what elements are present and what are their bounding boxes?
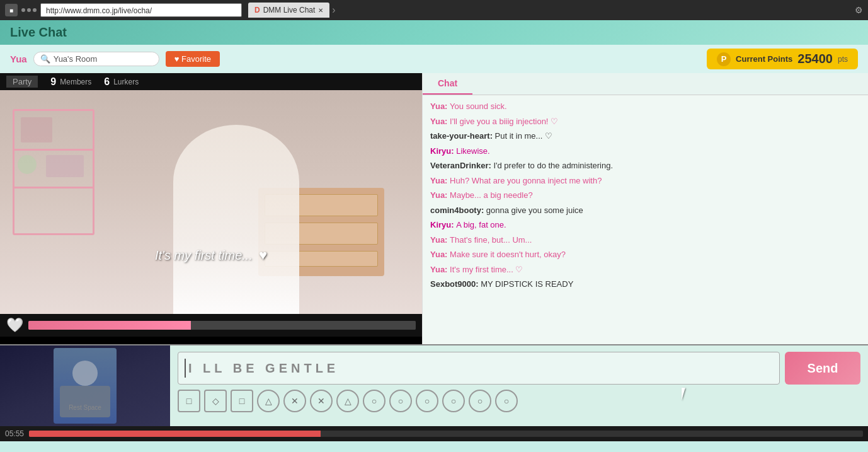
heart-button[interactable]: 🤍 (6, 317, 23, 333)
tab-add-button[interactable]: › (329, 4, 338, 16)
gamepad-button[interactable]: ○ (442, 390, 465, 412)
chat-panel: Chat Yua: You sound sick.Yua: I'll give … (422, 73, 868, 344)
chat-message: Yua: It's my first time... ♡ (430, 264, 860, 276)
gamepad-button[interactable]: △ (257, 390, 280, 412)
lurkers-count: 6 (104, 76, 110, 88)
message-input-display[interactable]: I LL BE GENTLE (178, 352, 780, 385)
game-preview: Rest Space (0, 345, 170, 426)
chat-message-text: I'd prefer to do the administering. (493, 161, 613, 170)
chat-username: Yua: (430, 250, 450, 259)
chat-message: Yua: I'll give you a biiig injection! ♡ (430, 115, 860, 128)
chat-message-text: It's my first time... ♡ (450, 265, 523, 274)
bottom-input-area: I LL BE GENTLE Send □◇□△✕✕△○○○○○○ (170, 345, 868, 426)
lurkers-stat: 6 Lurkers (104, 76, 139, 88)
gamepad-button[interactable]: ○ (469, 390, 491, 412)
settings-icon[interactable]: ⚙ (855, 5, 863, 15)
timer-fill (29, 431, 321, 437)
browser-icon: ■ (5, 4, 18, 16)
bottom-area: Rest Space I LL BE GENTLE Send □◇□△✕✕△○○… (0, 344, 868, 426)
chat-username: take-your-heart: (430, 131, 495, 141)
shelf-decoration (13, 109, 94, 235)
chat-username: Yua: (430, 176, 450, 185)
video-area: Party 9 Members 6 Lurkers (0, 73, 422, 344)
chat-username: Sexbot9000: (430, 279, 481, 289)
chat-message: Yua: Make sure it doesn't hurt, okay? (430, 248, 860, 261)
lurkers-label: Lurkers (113, 78, 139, 86)
tab-bar: D DMM Live Chat ✕ › (248, 3, 851, 18)
browser-dots (21, 8, 37, 12)
chat-tabs: Chat (423, 73, 868, 95)
overlay-heart-icon: ♥ (259, 247, 267, 264)
favorite-button[interactable]: ♥ Favorite (166, 51, 220, 67)
chat-message-text: I'll give you a biiig injection! ♡ (450, 117, 558, 126)
input-row: I LL BE GENTLE Send (178, 352, 860, 385)
chat-message: Yua: Maybe... a big needle? (430, 189, 860, 202)
chat-message-text: That's fine, but... Um... (450, 235, 532, 245)
stream-overlay-text: It's my first time... ♥ (155, 247, 267, 264)
tab-title: DMM Live Chat (263, 6, 316, 14)
timer-bar: 05:55 (0, 426, 868, 441)
sub-header: Yua 🔍 ♥ Favorite P Current Points 25400 … (0, 45, 868, 73)
gamepad-button[interactable]: ✕ (310, 390, 333, 412)
chat-messages: Yua: You sound sick.Yua: I'll give you a… (423, 95, 868, 344)
chat-message: Kiryu: Likewise. (430, 145, 860, 158)
active-tab[interactable]: D DMM Live Chat ✕ (248, 3, 329, 18)
chat-message-text: You sound sick. (450, 101, 507, 111)
members-count: 9 (50, 76, 56, 88)
chat-message-text: gonna give you some juice (486, 206, 583, 215)
members-stat: 9 Members (50, 76, 91, 88)
gamepad-button[interactable]: ○ (495, 390, 518, 412)
address-bar[interactable]: http://www.dmm.co.jp/live/ocha/ (40, 3, 242, 17)
energy-bar (28, 321, 416, 330)
chat-message-text: Likewise. (456, 146, 489, 156)
video-frame: It's my first time... ♥ (0, 90, 422, 314)
gamepad-button[interactable]: ○ (363, 390, 385, 412)
chat-message: Sexbot9000: MY DIPSTICK IS READY (430, 278, 860, 291)
page-header: Live Chat (0, 20, 868, 45)
chat-message: VeteranDrinker: I'd prefer to do the adm… (430, 159, 860, 172)
points-area: P Current Points 25400 pts (707, 49, 858, 69)
gamepad-button[interactable]: □ (231, 390, 253, 412)
gamepad-button[interactable]: ○ (389, 390, 412, 412)
chat-username: comin4booty: (430, 206, 486, 215)
chat-username: Yua: (430, 190, 450, 200)
browser-chrome: ■ http://www.dmm.co.jp/live/ocha/ D DMM … (0, 0, 868, 20)
chat-message-text: Put it in me... ♡ (495, 131, 552, 141)
gamepad-button[interactable]: ○ (416, 390, 438, 412)
timer-text: 05:55 (5, 429, 24, 438)
chat-message: comin4booty: gonna give you some juice (430, 204, 860, 217)
chat-username: Yua: (430, 101, 450, 111)
party-label: Party (6, 76, 38, 88)
text-cursor (185, 359, 186, 378)
chat-message: Kiryu: A big, fat one. (430, 219, 860, 231)
points-value: 25400 (797, 52, 833, 66)
chat-message-text: A big, fat one. (456, 220, 506, 229)
chat-username: Yua: (430, 117, 450, 126)
tab-chat[interactable]: Chat (423, 73, 472, 95)
chat-message-text: MY DIPSTICK IS READY (481, 279, 573, 289)
streamer-name: Yua (10, 54, 27, 64)
members-label: Members (60, 78, 91, 86)
send-button[interactable]: Send (785, 352, 860, 385)
points-label: Current Points (736, 54, 792, 64)
room-search-input[interactable] (54, 54, 148, 64)
page-title: Live Chat (10, 25, 67, 40)
gamepad-button[interactable]: ◇ (204, 390, 227, 412)
gamepad-button[interactable]: △ (336, 390, 359, 412)
timer-progress-bar (29, 431, 863, 437)
energy-bar-filled (28, 321, 191, 330)
gamepad-row: □◇□△✕✕△○○○○○○ (178, 390, 860, 412)
tab-close-button[interactable]: ✕ (318, 7, 323, 14)
room-search-container[interactable]: 🔍 (33, 52, 159, 66)
gamepad-button[interactable]: ✕ (283, 390, 306, 412)
chat-message: Yua: That's fine, but... Um... (430, 234, 860, 246)
chat-message: Yua: You sound sick. (430, 100, 860, 113)
chat-username: Yua: (430, 235, 450, 245)
streamer-video (173, 125, 299, 314)
input-text: I LL BE GENTLE (188, 361, 339, 376)
chat-message-text: Huh? What are you gonna inject me with? (450, 176, 602, 185)
gamepad-button[interactable]: □ (178, 390, 200, 412)
stream-stats-bar: Party 9 Members 6 Lurkers (0, 73, 422, 90)
chat-message-text: Maybe... a big needle? (450, 190, 533, 200)
search-icon: 🔍 (40, 54, 50, 64)
